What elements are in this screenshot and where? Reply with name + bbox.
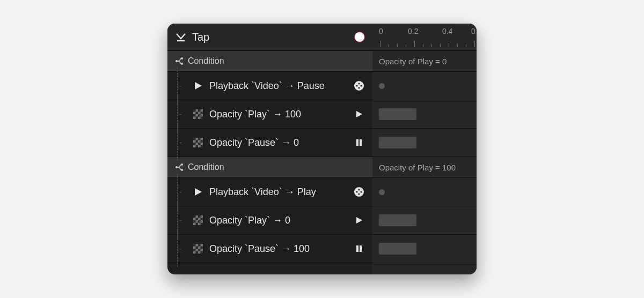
film-icon (352, 80, 366, 91)
opacity-icon (191, 244, 205, 254)
tween-bar[interactable] (379, 137, 416, 148)
action-row[interactable]: - Playback `Video` → Pause (167, 72, 372, 100)
action-row[interactable]: - Opacity `Play` → 100 (167, 100, 372, 129)
svg-rect-11 (356, 139, 358, 146)
svg-point-19 (360, 191, 362, 192)
keyframe-dot[interactable] (379, 189, 385, 195)
timeline-row[interactable] (372, 206, 477, 235)
opacity-icon (191, 109, 205, 119)
ruler-tick-label: 0 (379, 27, 383, 35)
svg-point-17 (354, 187, 364, 197)
tree-guide: - (175, 110, 191, 118)
film-icon (352, 187, 366, 197)
svg-point-9 (358, 87, 360, 88)
record-indicator[interactable] (354, 32, 365, 42)
condition-header[interactable]: Condition (167, 157, 372, 178)
opacity-icon (191, 138, 205, 147)
branch-icon (175, 163, 184, 172)
ruler-tick-label: 0.2 (408, 27, 418, 35)
timeline-row[interactable] (372, 100, 477, 129)
tween-bar[interactable] (379, 108, 416, 120)
svg-point-13 (175, 166, 178, 168)
pause-icon (352, 244, 366, 253)
action-label: Opacity `Pause` → 0 (209, 137, 352, 148)
svg-marker-4 (195, 82, 202, 90)
condition-label: Condition (188, 162, 224, 172)
tree-guide: - (175, 81, 191, 90)
svg-point-18 (356, 191, 357, 192)
svg-point-6 (356, 85, 357, 86)
timeline-row[interactable] (372, 235, 477, 263)
tree-guide: - (175, 216, 191, 225)
action-label: Opacity `Play` → 0 (209, 215, 352, 226)
svg-marker-16 (195, 188, 202, 196)
trigger-title: Tap (192, 31, 209, 43)
left-column: Tap Condition - Playback `Video` → Pause (167, 24, 372, 274)
ruler-tick-label: 0 (471, 27, 475, 35)
opacity-icon (191, 215, 205, 225)
timeline-column: 0 0.2 0.4 0 Opacity of Play = 0 (372, 24, 477, 274)
action-label: Playback `Video` → Play (209, 187, 352, 198)
svg-point-8 (358, 83, 360, 84)
trigger-header[interactable]: Tap (167, 24, 372, 51)
svg-point-1 (175, 60, 178, 62)
svg-point-15 (181, 169, 183, 171)
svg-marker-10 (356, 111, 362, 117)
action-row[interactable]: - Playback `Video` → Play (167, 178, 372, 206)
tree-guide: - (175, 188, 191, 196)
tree-guide: - (175, 138, 191, 147)
play-icon (352, 216, 366, 225)
condition-summary: Opacity of Play = 0 (372, 51, 477, 72)
timeline-row[interactable] (372, 178, 477, 206)
action-row[interactable]: - Opacity `Play` → 0 (167, 206, 372, 235)
svg-point-3 (181, 63, 183, 65)
tree-guide: - (175, 244, 191, 253)
play-icon (191, 187, 205, 197)
svg-rect-23 (356, 245, 358, 252)
ruler-tick-label: 0.4 (442, 27, 452, 35)
action-label: Playback `Video` → Pause (209, 80, 352, 92)
play-icon (191, 81, 205, 91)
action-row[interactable]: - Opacity `Pause` → 100 (167, 235, 372, 263)
svg-marker-22 (356, 217, 362, 224)
branch-icon (175, 57, 184, 65)
condition-header[interactable]: Condition (167, 51, 372, 72)
svg-point-21 (358, 193, 360, 195)
timeline-row[interactable] (372, 72, 477, 100)
action-label: Opacity `Pause` → 100 (209, 243, 352, 255)
svg-point-7 (360, 85, 362, 86)
svg-rect-12 (360, 139, 362, 146)
tap-trigger-icon (175, 31, 187, 43)
play-icon (352, 110, 366, 118)
timeline-ruler[interactable]: 0 0.2 0.4 0 (372, 24, 477, 51)
timeline-row[interactable] (372, 129, 477, 157)
tween-bar[interactable] (379, 243, 416, 255)
svg-point-14 (181, 163, 183, 166)
svg-point-5 (354, 81, 364, 91)
svg-point-2 (181, 57, 183, 59)
interactions-panel: Tap Condition - Playback `Video` → Pause (167, 24, 477, 274)
pause-icon (352, 138, 366, 147)
condition-summary: Opacity of Play = 100 (372, 157, 477, 178)
keyframe-dot[interactable] (379, 83, 385, 89)
svg-rect-24 (360, 245, 362, 252)
svg-point-20 (358, 189, 360, 190)
condition-label: Condition (188, 56, 224, 66)
action-row[interactable]: - Opacity `Pause` → 0 (167, 129, 372, 157)
action-label: Opacity `Play` → 100 (209, 109, 352, 120)
tween-bar[interactable] (379, 214, 416, 226)
ruler-ticks (372, 40, 477, 47)
